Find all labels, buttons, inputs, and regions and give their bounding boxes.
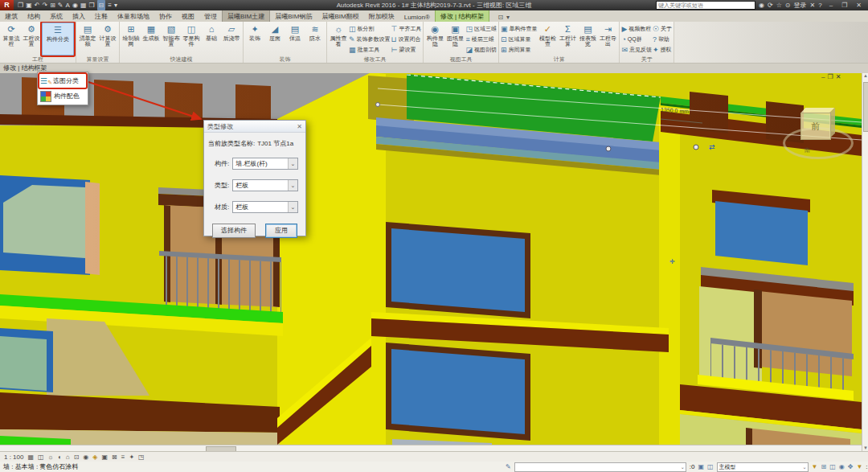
view-minimize-button[interactable]: – [821, 73, 825, 80]
workset-select[interactable]: ⌄ [514, 462, 686, 472]
restore-button[interactable]: ❐ [837, 0, 851, 10]
detail-level-icon[interactable]: ▦ [27, 454, 34, 461]
menu-item-component-color[interactable]: 构件配色 [39, 88, 87, 104]
scroll-down-icon[interactable]: ▼ [862, 445, 868, 450]
switch-windows-icon[interactable]: ❒ [88, 0, 94, 10]
beam-settings-button[interactable]: ⊢ 梁设置 [391, 45, 422, 54]
tab-chenxi-bim-rebar[interactable]: 晨曦BIM钢筋 [270, 10, 317, 22]
roof-button[interactable]: ◢ 屋面 [265, 23, 285, 55]
analytical-icon[interactable]: ✦ [129, 454, 134, 461]
floor-3d-button[interactable]: ≡ 楼层三维 [465, 35, 497, 43]
horizontal-scrollbar[interactable] [0, 445, 862, 451]
type-select[interactable]: 栏板 ⌄ [232, 179, 298, 191]
align-tools-button[interactable]: ⊤ 平齐工具 [391, 24, 422, 33]
drawing-visibility-button[interactable]: ▣ 图纸显隐 [445, 23, 465, 55]
qq-group-button[interactable]: ◔ QQ群 [621, 35, 652, 43]
viewcube[interactable]: 前 [800, 113, 831, 140]
room-quantity-button[interactable]: ⊞ 房间算量 [501, 45, 538, 54]
project-settings-button[interactable]: ⚙ 工程设置 [22, 23, 41, 55]
revit-app-menu-icon[interactable]: R [0, 0, 14, 10]
foundation-button[interactable]: ⌂ 基础 [202, 23, 221, 55]
view-close-button[interactable]: ✕ [836, 73, 841, 80]
tab-massing-site[interactable]: 体量和场地 [113, 10, 154, 22]
material-select[interactable]: 栏板 ⌄ [232, 201, 298, 213]
draw-grid-button[interactable]: ⊞ 绘制轴网 [121, 23, 141, 55]
component-select[interactable]: 墙.栏板(杆) ⌄ [232, 158, 298, 170]
set-closure-button[interactable]: ⊔ 设置闭合 [391, 35, 422, 43]
sign-in-button[interactable]: 登录 [794, 1, 807, 10]
temporary-view-icon[interactable]: ≡ [121, 454, 125, 461]
section-icon[interactable]: ▦ [80, 0, 87, 10]
redo-icon[interactable]: ↷ [42, 0, 47, 10]
crop-region-icon[interactable]: ◉ [83, 454, 88, 461]
misc-component-button[interactable]: ◫ 零星构件 [182, 23, 201, 55]
pour-strip-button[interactable]: ▱ 后浇带 [222, 23, 241, 55]
dialog-close-icon[interactable]: ✕ [297, 123, 302, 130]
tab-modify-contextual[interactable]: 修改 | 结构框架 [435, 10, 490, 22]
tab-annotate[interactable]: 注释 [90, 10, 113, 22]
single-query-button[interactable]: ▣ 单构件查量 [501, 24, 538, 33]
vscroll-thumb[interactable] [863, 82, 868, 132]
component-classify-button[interactable]: ☰ 构件分类 [42, 23, 74, 55]
region-quantity-button[interactable]: ⊡ 区域算量 [501, 35, 538, 43]
bill-quota-button[interactable]: ▤ 清单定额 [78, 23, 97, 55]
component-visibility-button[interactable]: ◉ 构件显隐 [425, 23, 444, 55]
viewcube-south-label[interactable]: 南 [805, 146, 810, 154]
slab-split-button[interactable]: ◫ 板分割 [349, 24, 391, 33]
thin-lines-icon[interactable]: ⊟ [97, 0, 106, 10]
insulation-button[interactable]: ▤ 保温 [285, 23, 305, 55]
select-pinned-icon[interactable]: ◉ [839, 463, 845, 470]
measure-icon[interactable]: ✎ [58, 0, 63, 10]
apply-button[interactable]: 应用 [265, 224, 297, 238]
select-links-icon[interactable]: ◫ [829, 463, 836, 470]
vertical-scrollbar[interactable]: ▲ ▼ [862, 72, 868, 451]
select-by-face-icon[interactable]: ✥ [848, 463, 854, 470]
decoration-button[interactable]: ✦ 装饰 [245, 23, 264, 55]
print-icon[interactable]: ⊞ [50, 0, 55, 10]
exclude-options-icon[interactable]: ▼ [812, 463, 818, 470]
quantity-flow-button[interactable]: ⟳ 算量流程 [2, 23, 21, 55]
property-view-button[interactable]: ☼ 属性查看 [329, 23, 348, 55]
tab-architecture[interactable]: 建筑 [0, 10, 23, 22]
tab-manage[interactable]: 管理 [199, 10, 222, 22]
region-3d-button[interactable]: ◳ 区域三维 [465, 24, 497, 33]
close-button[interactable]: ✕ [852, 0, 866, 10]
tab-systems[interactable]: 系统 [45, 10, 68, 22]
smart-layout-button[interactable]: ▧ 智能布置 [162, 23, 181, 55]
feedback-button[interactable]: ✉ 意见反馈 [621, 45, 652, 54]
crop-view-icon[interactable]: ⊡ [74, 454, 80, 461]
video-tutorial-button[interactable]: ▶ 视频教程 [621, 24, 652, 33]
ribbon-cycle-icon[interactable]: ⊡ [497, 14, 503, 21]
license-button[interactable]: ✦ 授权 [653, 45, 672, 54]
search-icon[interactable]: ◉ [759, 2, 764, 9]
scroll-up-icon[interactable]: ▲ [862, 73, 868, 78]
ribbon-collapse-icon[interactable]: ▾ [506, 14, 510, 21]
view-restore-button[interactable]: ❐ [827, 73, 833, 80]
design-option-select[interactable]: 主模型 ⌄ [717, 462, 809, 472]
constraints-icon[interactable]: ◳ [138, 454, 145, 461]
design-options-icon[interactable]: ◫ [707, 463, 714, 470]
view-section-button[interactable]: ◪ 视图剖切 [465, 45, 497, 54]
tab-insert[interactable]: 插入 [68, 10, 90, 22]
exchange-apps-icon[interactable]: ✕ [810, 2, 816, 9]
minimize-button[interactable]: – [825, 0, 837, 10]
model-check-button[interactable]: ✓ 模型检查 [538, 23, 557, 55]
favorites-icon[interactable]: ☆ [776, 2, 782, 9]
qat-dropdown-icon[interactable]: ▾ [114, 0, 117, 10]
scale-button[interactable]: 1 : 100 [4, 454, 23, 461]
reveal-hidden-icon[interactable]: ▣ [101, 454, 108, 461]
select-component-button[interactable]: 选择构件 [212, 224, 256, 238]
tab-chenxi-bim-civil[interactable]: 晨曦BIM土建 [222, 10, 270, 22]
visual-style-icon[interactable]: ◫ [38, 454, 44, 461]
sun-path-icon[interactable]: ☼ [48, 454, 54, 461]
about-button[interactable]: ☉ 关于 [653, 24, 672, 33]
workset-editing-icon[interactable]: ✎ [506, 463, 511, 470]
shadows-icon[interactable]: ◐ [58, 454, 62, 461]
batch-tools-button[interactable]: ▦ 批量工具 [349, 45, 391, 54]
lock-3d-icon[interactable]: ⊠ [112, 454, 117, 461]
tab-structure[interactable]: 结构 [23, 10, 45, 22]
text-icon[interactable]: A [66, 0, 70, 10]
filter-icon[interactable]: ▼ [856, 463, 862, 470]
report-preview-button[interactable]: ▤ 报表预览 [578, 23, 597, 55]
decor-params-button[interactable]: ✎ 装饰参数设置 [349, 35, 391, 43]
